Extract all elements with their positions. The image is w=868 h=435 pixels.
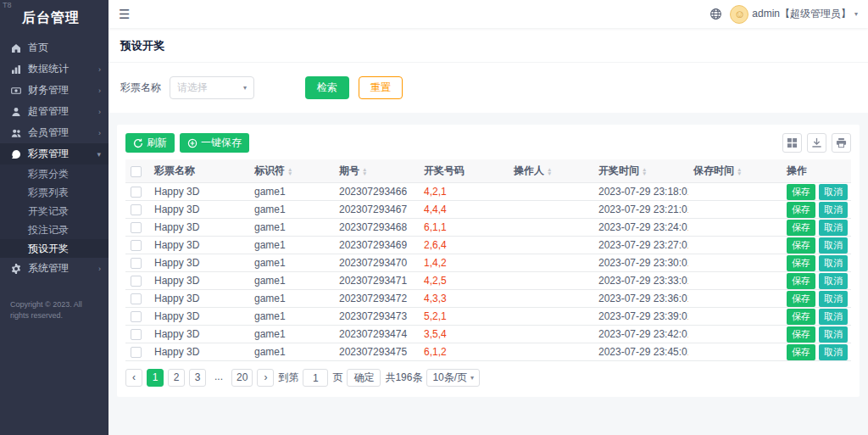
language-globe-icon[interactable] — [709, 8, 723, 21]
save-all-label: 一键保存 — [201, 136, 242, 150]
members-icon — [11, 128, 21, 138]
search-button[interactable]: 检索 — [305, 76, 349, 99]
jump-page-input[interactable] — [303, 369, 328, 387]
cell-draw-time: 2023-07-29 23:42:01 — [593, 326, 688, 343]
row-save-button[interactable]: 保存 — [787, 255, 815, 271]
reset-button[interactable]: 重置 — [359, 76, 403, 99]
row-checkbox-cell — [125, 201, 149, 219]
row-cancel-button[interactable]: 取消 — [819, 326, 848, 343]
user-menu[interactable]: ☺ admin【超级管理员】 ▾ — [730, 5, 858, 24]
table-row: Happy 3Dgame12023072934686,1,12023-07-29… — [125, 219, 851, 237]
row-checkbox[interactable] — [131, 258, 142, 269]
row-checkbox[interactable] — [131, 329, 142, 340]
sidebar-item-members[interactable]: 会员管理› — [0, 122, 108, 143]
row-checkbox[interactable] — [131, 240, 142, 251]
table-body: Happy 3Dgame12023072934664,2,12023-07-29… — [125, 183, 851, 361]
total-count-label: 共196条 — [385, 371, 422, 385]
sidebar-item-system[interactable]: 系统管理› — [0, 258, 108, 279]
row-save-button[interactable]: 保存 — [787, 326, 815, 343]
export-icon[interactable] — [807, 133, 826, 153]
select-all-checkbox[interactable] — [131, 166, 142, 177]
row-cancel-button[interactable]: 取消 — [819, 273, 848, 289]
sidebar-subitem-bet-records[interactable]: 投注记录 — [0, 220, 108, 239]
row-save-button[interactable]: 保存 — [787, 184, 815, 200]
sidebar-item-finance[interactable]: 财务管理› — [0, 80, 108, 101]
sidebar-subitem-preset-draw[interactable]: 预设开奖 — [0, 239, 108, 258]
cell-actions: 保存取消 — [782, 219, 851, 237]
cell-draw-time: 2023-07-29 23:24:01 — [593, 219, 688, 237]
row-cancel-button[interactable]: 取消 — [819, 237, 848, 254]
cell-draw-numbers: 1,4,2 — [419, 254, 509, 272]
row-checkbox[interactable] — [131, 311, 142, 322]
row-cancel-button[interactable]: 取消 — [819, 220, 848, 236]
sidebar-item-lottery[interactable]: 彩票管理▾ — [0, 143, 108, 165]
lottery-name-select[interactable]: 请选择 ▾ — [170, 76, 254, 99]
table-row: Happy 3Dgame12023072934743,5,42023-07-29… — [125, 326, 851, 343]
row-save-button[interactable]: 保存 — [787, 291, 815, 307]
prev-page-button[interactable]: ‹ — [125, 369, 142, 387]
cell-operator — [509, 254, 593, 272]
next-page-button[interactable]: › — [257, 369, 274, 387]
row-cancel-button[interactable]: 取消 — [819, 202, 848, 218]
chevron-right-icon: › — [98, 265, 101, 273]
row-save-button[interactable]: 保存 — [787, 309, 815, 325]
cell-operator — [509, 290, 593, 308]
sidebar-item-stats[interactable]: 数据统计› — [0, 59, 108, 80]
cell-actions: 保存取消 — [782, 183, 851, 201]
sort-icon[interactable]: ▲▼ — [287, 167, 292, 176]
page-button-2[interactable]: 2 — [168, 369, 185, 387]
cell-draw-time: 2023-07-29 23:36:01 — [593, 290, 688, 308]
cell-draw-numbers: 6,1,2 — [419, 343, 509, 361]
sort-icon[interactable]: ▲▼ — [642, 167, 647, 176]
cell-lottery-name: Happy 3D — [149, 272, 249, 290]
cell-identifier: game1 — [249, 237, 334, 254]
row-save-button[interactable]: 保存 — [787, 344, 815, 360]
system-icon — [11, 264, 21, 274]
sort-icon[interactable]: ▲▼ — [737, 167, 742, 176]
row-save-button[interactable]: 保存 — [787, 220, 815, 236]
caret-down-icon: ▾ — [854, 10, 858, 18]
row-save-button[interactable]: 保存 — [787, 202, 815, 218]
per-page-select[interactable]: 10条/页 ▾ — [426, 369, 480, 387]
cell-operator — [509, 219, 593, 237]
sidebar-item-label: 系统管理 — [28, 261, 98, 276]
row-checkbox[interactable] — [131, 276, 142, 287]
row-checkbox[interactable] — [131, 347, 142, 358]
sidebar-subitem-draw-records[interactable]: 开奖记录 — [0, 202, 108, 220]
row-checkbox[interactable] — [131, 293, 142, 304]
refresh-button[interactable]: 刷新 — [125, 133, 175, 153]
row-checkbox-cell — [125, 326, 149, 343]
columns-icon[interactable] — [782, 133, 802, 153]
column-header-label: 开奖时间 — [598, 165, 639, 176]
row-cancel-button[interactable]: 取消 — [819, 184, 848, 200]
sidebar-item-label: 彩票管理 — [28, 147, 97, 161]
hamburger-menu-icon[interactable]: ☰ — [119, 7, 130, 22]
chevron-right-icon: › — [98, 129, 101, 137]
row-cancel-button[interactable]: 取消 — [819, 309, 848, 325]
sidebar-item-admins[interactable]: 超管管理› — [0, 101, 108, 122]
page-button-20[interactable]: 20 — [231, 369, 253, 387]
cell-identifier: game1 — [249, 308, 334, 326]
row-save-button[interactable]: 保存 — [787, 237, 815, 254]
row-cancel-button[interactable]: 取消 — [819, 255, 848, 271]
row-save-button[interactable]: 保存 — [787, 273, 815, 289]
cell-operator — [509, 343, 593, 361]
row-checkbox[interactable] — [131, 187, 142, 198]
sort-icon[interactable]: ▲▼ — [547, 167, 552, 176]
row-checkbox[interactable] — [131, 204, 142, 215]
page-button-3[interactable]: 3 — [189, 369, 206, 387]
sort-icon[interactable]: ▲▼ — [362, 167, 367, 176]
print-icon[interactable] — [832, 133, 851, 153]
caret-down-icon: ▾ — [470, 374, 474, 382]
row-checkbox[interactable] — [131, 222, 142, 233]
sidebar-item-home[interactable]: 首页 — [0, 37, 108, 59]
cell-save-time — [688, 326, 782, 343]
cell-actions: 保存取消 — [782, 308, 851, 326]
page-button-1[interactable]: 1 — [147, 369, 164, 387]
row-cancel-button[interactable]: 取消 — [819, 344, 848, 360]
save-all-button[interactable]: 一键保存 — [180, 133, 249, 153]
row-cancel-button[interactable]: 取消 — [819, 291, 848, 307]
jump-confirm-button[interactable]: 确定 — [347, 369, 381, 387]
sidebar-subitem-lottery-list[interactable]: 彩票列表 — [0, 183, 108, 202]
sidebar-subitem-lottery-category[interactable]: 彩票分类 — [0, 165, 108, 183]
